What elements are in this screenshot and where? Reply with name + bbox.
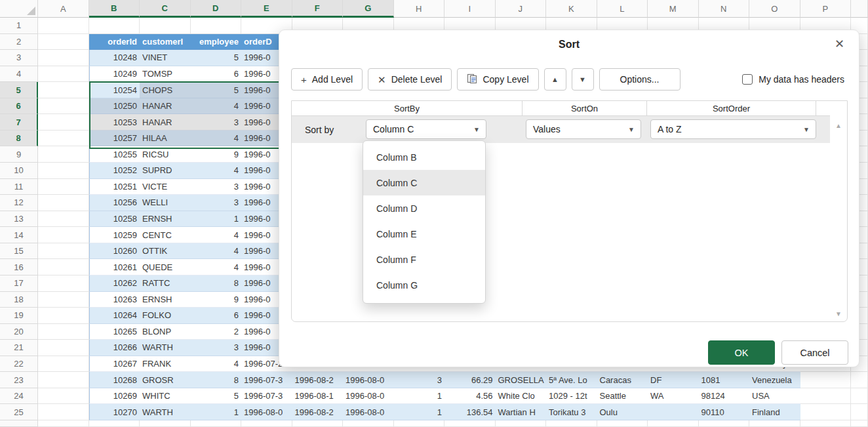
cell-I24[interactable]: 4.56: [444, 388, 496, 405]
cell-D11[interactable]: 3: [191, 179, 242, 195]
cell-D9[interactable]: 9: [191, 146, 242, 163]
cell-B10[interactable]: 10252: [89, 163, 140, 179]
cell-partial-26[interactable]: [648, 420, 699, 427]
close-icon[interactable]: ✕: [835, 37, 844, 51]
cell-A7[interactable]: [38, 114, 89, 131]
delete-level-button[interactable]: ✕ Delete Level: [368, 68, 452, 91]
cell-E23[interactable]: 1996-07-3: [241, 372, 292, 388]
cell-B22[interactable]: 10267: [89, 356, 140, 373]
cell-partial-26[interactable]: [191, 420, 242, 427]
cell-C25[interactable]: WARTH: [140, 404, 191, 420]
column-header-M[interactable]: M: [648, 0, 699, 18]
my-data-has-headers-checkbox[interactable]: My data has headers: [742, 74, 844, 85]
cell-C3[interactable]: VINET: [140, 50, 191, 66]
row-header-11[interactable]: 11: [0, 179, 38, 195]
cell-partial-26[interactable]: [597, 420, 648, 427]
cell-D2[interactable]: employee: [191, 34, 242, 51]
cell-D3[interactable]: 5: [191, 50, 242, 66]
cell-C16[interactable]: QUEDE: [140, 259, 191, 275]
row-header-19[interactable]: 19: [0, 308, 38, 324]
row-header-3[interactable]: 3: [0, 50, 38, 66]
cell-partial-26[interactable]: [292, 420, 344, 427]
cell-A24[interactable]: [38, 388, 89, 405]
copy-level-button[interactable]: Copy Level: [457, 68, 538, 91]
column-header-J[interactable]: J: [496, 0, 547, 18]
cell-B20[interactable]: 10265: [89, 324, 140, 340]
cell-C5[interactable]: CHOPS: [140, 82, 191, 98]
sort-order-dropdown[interactable]: A to Z ▼: [650, 119, 816, 139]
cell-partial-23[interactable]: [851, 372, 868, 388]
cell-C17[interactable]: RATTC: [140, 275, 191, 292]
cell-D12[interactable]: 3: [191, 195, 242, 211]
cell-A10[interactable]: [38, 163, 89, 179]
cell-partial-26[interactable]: [241, 420, 292, 427]
cell-partial-26[interactable]: [851, 420, 868, 427]
cell-D8[interactable]: 4: [191, 131, 242, 147]
cell-C14[interactable]: CENTC: [140, 227, 191, 243]
cell-C19[interactable]: FOLKO: [140, 308, 191, 324]
dropdown-option-column-g[interactable]: Column G: [363, 272, 485, 298]
cell-A25[interactable]: [38, 404, 89, 420]
cell-A13[interactable]: [38, 211, 89, 228]
dropdown-option-column-b[interactable]: Column B: [363, 144, 485, 170]
cell-A11[interactable]: [38, 179, 89, 195]
cell-O24[interactable]: USA: [749, 388, 800, 405]
column-header-D[interactable]: D: [191, 0, 242, 18]
row-header-20[interactable]: 20: [0, 324, 38, 340]
cell-M23[interactable]: DF: [648, 372, 699, 388]
ok-button[interactable]: OK: [708, 340, 775, 365]
cell-I23[interactable]: 66.29: [444, 372, 496, 388]
dropdown-option-column-d[interactable]: Column D: [363, 195, 485, 221]
cell-A6[interactable]: [38, 98, 89, 115]
cell-C2[interactable]: customerI: [140, 34, 191, 51]
cell-partial-26[interactable]: [546, 420, 597, 427]
cell-C23[interactable]: GROSR: [140, 372, 191, 388]
cell-C1[interactable]: [140, 18, 191, 34]
cell-D18[interactable]: 9: [191, 292, 242, 308]
cell-B19[interactable]: 10264: [89, 308, 140, 324]
cell-B25[interactable]: 10270: [89, 404, 140, 420]
options-button[interactable]: Options...: [599, 68, 681, 91]
cell-partial-26[interactable]: [343, 420, 394, 427]
cell-N23[interactable]: 1081: [699, 372, 750, 388]
cell-A16[interactable]: [38, 259, 89, 275]
column-header-E[interactable]: E: [241, 0, 292, 18]
column-header-K[interactable]: K: [546, 0, 597, 18]
cell-partial-26[interactable]: [394, 420, 445, 427]
cell-A2[interactable]: [38, 34, 89, 51]
cell-B18[interactable]: 10263: [89, 292, 140, 308]
cell-D15[interactable]: 4: [191, 243, 242, 260]
cell-C12[interactable]: WELLI: [140, 195, 191, 211]
cell-P25[interactable]: [800, 404, 852, 420]
cell-B5[interactable]: 10254: [89, 82, 140, 98]
cell-N25[interactable]: 90110: [699, 404, 750, 420]
move-level-up-button[interactable]: ▲: [544, 68, 566, 91]
row-header-17[interactable]: 17: [0, 275, 38, 292]
cell-F24[interactable]: 1996-08-1: [292, 388, 344, 405]
cell-B1[interactable]: [89, 18, 140, 34]
cell-C18[interactable]: ERNSH: [140, 292, 191, 308]
cell-G24[interactable]: 1996-08-0: [343, 388, 394, 405]
cell-J25[interactable]: Wartian H: [496, 404, 547, 420]
cell-B6[interactable]: 10250: [89, 98, 140, 115]
cell-C24[interactable]: WHITC: [140, 388, 191, 405]
cell-B16[interactable]: 10261: [89, 259, 140, 275]
cell-partial-26[interactable]: [749, 420, 800, 427]
dropdown-option-column-f[interactable]: Column F: [363, 247, 485, 272]
cell-D19[interactable]: 6: [191, 308, 242, 324]
row-header-25[interactable]: 25: [0, 404, 38, 420]
column-header-B[interactable]: B: [89, 0, 140, 18]
cell-partial-26[interactable]: [496, 420, 547, 427]
cell-partial-26[interactable]: [699, 420, 750, 427]
cell-C9[interactable]: RICSU: [140, 146, 191, 163]
cell-A18[interactable]: [38, 292, 89, 308]
cell-C11[interactable]: VICTE: [140, 179, 191, 195]
cell-A22[interactable]: [38, 356, 89, 373]
column-header-L[interactable]: L: [597, 0, 648, 18]
cell-A15[interactable]: [38, 243, 89, 260]
column-header-A[interactable]: A: [38, 0, 89, 18]
cell-L23[interactable]: Caracas: [597, 372, 648, 388]
cell-partial-26[interactable]: [444, 420, 496, 427]
cell-C15[interactable]: OTTIK: [140, 243, 191, 260]
cell-D24[interactable]: 5: [191, 388, 242, 405]
